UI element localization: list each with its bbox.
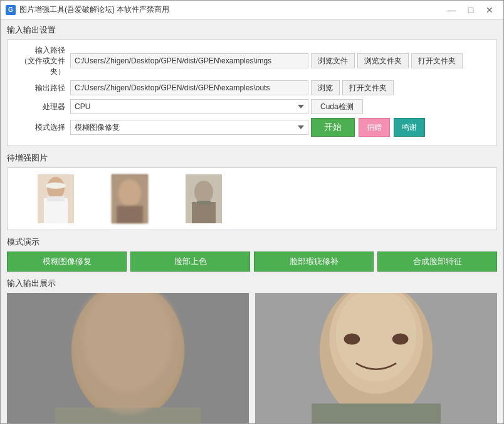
pending-images-container (13, 172, 247, 226)
donate-button[interactable]: 捐赠 (359, 118, 390, 137)
main-window: G 图片增强工具(吾爱破解论坛) 本软件严禁商用 — □ ✕ 输入输出设置 输入… (0, 0, 504, 424)
mode-btn-blemish[interactable]: 脸部瑕疵修补 (254, 252, 374, 272)
thumb-face1 (112, 174, 148, 223)
input-path-row: 输入路径 （文件或文件夹） 浏览文件 浏览文件夹 打开文件夹 (14, 45, 490, 77)
input-path-label: 输入路径 （文件或文件夹） (14, 45, 70, 77)
svg-rect-10 (192, 202, 216, 223)
processor-row: 处理器 CPU Cuda检测 (14, 99, 490, 114)
input-image-svg (7, 293, 249, 423)
output-path-actions: 浏览 打开文件夹 (311, 80, 394, 95)
svg-point-22 (392, 334, 409, 345)
io-display-section: 输入输出展示 (7, 278, 497, 423)
mode-row: 模式选择 模糊图像修复 开始 捐赠 鸣谢 (14, 118, 490, 137)
thumb-man (186, 174, 222, 223)
mode-select[interactable]: 模糊图像修复 (70, 120, 308, 135)
pending-section: 待增强图片 (7, 152, 497, 230)
minimize-button[interactable]: — (443, 3, 461, 17)
io-display-container (7, 293, 497, 423)
svg-point-4 (46, 183, 66, 189)
open-output-folder-button[interactable]: 打开文件夹 (342, 80, 394, 95)
thumb-man-svg (186, 174, 222, 223)
settings-box: 输入路径 （文件或文件夹） 浏览文件 浏览文件夹 打开文件夹 输出路径 (7, 40, 497, 146)
pending-box (7, 167, 497, 230)
svg-rect-11 (197, 201, 211, 204)
input-image (7, 293, 249, 423)
close-button[interactable]: ✕ (481, 3, 498, 17)
svg-rect-7 (117, 206, 143, 223)
window-controls: — □ ✕ (443, 3, 498, 17)
mode-btn-blur-repair[interactable]: 模糊图像修复 (7, 252, 127, 272)
mode-demo-title: 模式演示 (7, 236, 497, 248)
output-image (255, 293, 497, 423)
settings-title: 输入输出设置 (7, 24, 497, 36)
thumb-bride (38, 174, 74, 223)
thumb-bride-wrapper (38, 174, 74, 223)
open-input-folder-button[interactable]: 打开文件夹 (411, 53, 463, 68)
mode-btn-composite[interactable]: 合成脸部特征 (377, 252, 497, 272)
processor-actions: Cuda检测 (311, 99, 363, 114)
browse-file-button[interactable]: 浏览文件 (311, 53, 355, 68)
mode-label: 模式选择 (14, 122, 70, 133)
svg-rect-23 (312, 404, 441, 423)
pending-title: 待增强图片 (7, 152, 497, 164)
processor-select[interactable]: CPU (70, 99, 308, 114)
app-icon: G (6, 5, 16, 15)
start-button[interactable]: 开始 (311, 118, 355, 137)
thumb-bride-svg (38, 174, 74, 223)
title-bar: G 图片增强工具(吾爱破解论坛) 本软件严禁商用 — □ ✕ (1, 1, 503, 19)
svg-point-9 (194, 181, 213, 203)
browse-folder-button[interactable]: 浏览文件夹 (357, 53, 409, 68)
output-image-svg (255, 293, 497, 423)
browse-output-button[interactable]: 浏览 (311, 80, 340, 95)
start-actions: 开始 捐赠 鸣谢 (311, 118, 425, 137)
svg-point-21 (344, 334, 360, 345)
output-path-row: 输出路径 浏览 打开文件夹 (14, 80, 490, 95)
maximize-button[interactable]: □ (462, 3, 480, 17)
input-path-field[interactable] (70, 53, 308, 68)
processor-label: 处理器 (14, 102, 70, 112)
svg-point-6 (118, 179, 141, 207)
svg-rect-3 (47, 196, 65, 201)
mode-demo-buttons: 模糊图像修复 脸部上色 脸部瑕疵修补 合成脸部特征 (7, 252, 497, 272)
main-content: 输入输出设置 输入路径 （文件或文件夹） 浏览文件 浏览文件夹 打开文件夹 (1, 19, 503, 423)
thanks-button[interactable]: 鸣谢 (394, 118, 425, 137)
svg-rect-2 (44, 198, 68, 223)
mode-btn-colorize[interactable]: 脸部上色 (130, 252, 250, 272)
input-path-actions: 浏览文件 浏览文件夹 打开文件夹 (311, 53, 463, 68)
thumb-face1-wrapper (112, 174, 148, 223)
window-title: 图片增强工具(吾爱破解论坛) 本软件严禁商用 (19, 4, 443, 15)
mode-demo-section: 模式演示 模糊图像修复 脸部上色 脸部瑕疵修补 合成脸部特征 (7, 236, 497, 272)
thumb-face1-svg (112, 174, 148, 223)
output-path-field[interactable] (70, 80, 308, 95)
io-display-title: 输入输出展示 (7, 278, 497, 289)
cuda-detect-button[interactable]: Cuda检测 (311, 99, 363, 114)
thumb-man-wrapper (186, 174, 222, 223)
output-path-label: 输出路径 (14, 83, 70, 93)
settings-section: 输入输出设置 输入路径 （文件或文件夹） 浏览文件 浏览文件夹 打开文件夹 (7, 24, 497, 146)
